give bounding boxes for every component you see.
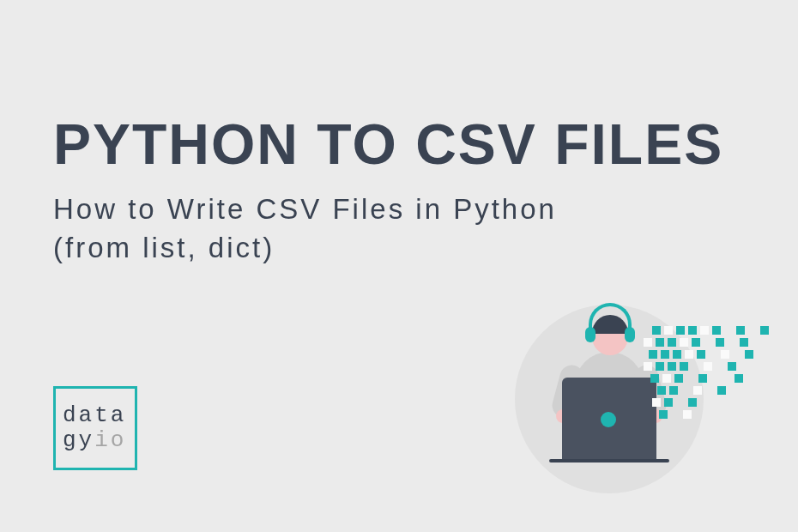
brand-logo: data gyio — [53, 386, 137, 470]
pixel-pattern-icon — [644, 326, 772, 429]
logo-line-1: data — [63, 403, 128, 428]
logo-line-2: gyio — [63, 428, 128, 453]
subtitle-line-2: (from list, dict) — [53, 232, 275, 263]
headphone-left-icon — [585, 327, 595, 342]
laptop-base-icon — [549, 459, 669, 462]
page-title: PYTHON TO CSV FILES — [53, 112, 723, 177]
headphone-right-icon — [625, 327, 635, 342]
subtitle-line-1: How to Write CSV Files in Python — [53, 193, 557, 225]
laptop-logo-icon — [601, 412, 616, 427]
page-subtitle: How to Write CSV Files in Python (from l… — [53, 190, 557, 267]
hero-illustration — [515, 296, 772, 502]
